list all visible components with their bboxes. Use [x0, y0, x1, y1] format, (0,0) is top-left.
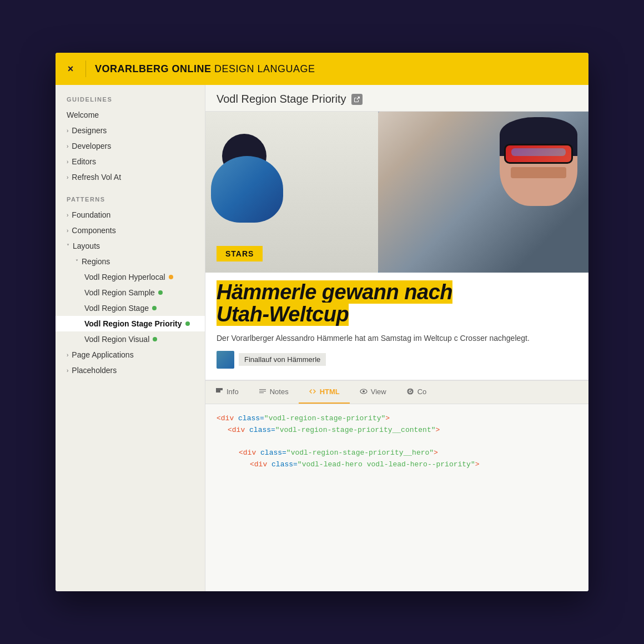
sample-label: Vodl Region Sample — [84, 288, 155, 297]
tab-view-label: View — [371, 388, 386, 396]
chevron-icon: › — [67, 228, 68, 234]
chevron-icon: › — [67, 143, 68, 149]
sidebar-item-stage[interactable]: Vodl Region Stage — [56, 300, 205, 316]
stage-priority-label: Vodl Region Stage Priority — [84, 319, 182, 328]
app-window: × VORARLBERG ONLINE DESIGN LANGUAGE GUID… — [56, 53, 588, 591]
tab-info[interactable]: Info — [205, 381, 249, 404]
status-dot-green — [152, 306, 157, 310]
chevron-icon: › — [67, 368, 68, 374]
sidebar-item-components[interactable]: › Components — [56, 223, 205, 238]
patterns-section-label: PATTERNS — [56, 196, 205, 207]
status-dot-green — [153, 337, 157, 341]
refresh-vol-at-label: Refresh Vol At — [72, 173, 121, 182]
sidebar-item-regions[interactable]: ˅ Regions — [56, 254, 205, 269]
app-title-bold: VORARLBERG ONLINE — [95, 63, 212, 74]
sidebar-item-designers[interactable]: › Designers — [56, 123, 205, 138]
status-dot-green — [185, 321, 190, 326]
sidebar-item-visual[interactable]: Vodl Region Visual — [56, 331, 205, 347]
external-link-icon[interactable] — [351, 94, 363, 105]
page-applications-label: Page Applications — [72, 350, 133, 359]
editors-label: Editors — [72, 157, 96, 166]
app-body: GUIDELINES Welcome › Designers › Develop… — [56, 85, 588, 591]
code-section: Info Notes HTML View — [205, 380, 588, 591]
chevron-icon: › — [67, 159, 68, 165]
tab-notes[interactable]: Notes — [249, 381, 299, 404]
code-line-blank — [217, 436, 577, 447]
article-content: Hämmerle gewann nach Utah-Weltcup Der Vo… — [205, 273, 588, 380]
article-title: Hämmerle gewann nach Utah-Weltcup — [217, 281, 577, 326]
sidebar-item-page-applications[interactable]: › Page Applications — [56, 347, 205, 363]
code-tabs-bar: Info Notes HTML View — [205, 381, 588, 404]
chevron-icon: › — [67, 212, 68, 218]
developers-label: Developers — [72, 142, 111, 150]
foundation-label: Foundation — [72, 210, 110, 219]
welcome-label: Welcome — [67, 110, 99, 119]
chevron-icon: › — [67, 352, 68, 358]
stage-label: Vodl Region Stage — [84, 304, 149, 313]
app-title: VORARLBERG ONLINE DESIGN LANGUAGE — [95, 63, 315, 75]
designers-label: Designers — [72, 126, 107, 135]
app-header: × VORARLBERG ONLINE DESIGN LANGUAGE — [56, 53, 588, 85]
sidebar-item-foundation[interactable]: › Foundation — [56, 207, 205, 223]
article-title-line1: Hämmerle gewann nach — [217, 280, 452, 304]
app-title-regular: DESIGN LANGUAGE — [212, 63, 315, 74]
svg-point-1 — [363, 390, 365, 393]
chevron-down-icon: ˅ — [76, 259, 78, 265]
header-divider — [85, 61, 86, 77]
article-link[interactable]: Finallauf von Hämmerle — [217, 351, 577, 369]
sidebar-item-developers[interactable]: › Developers — [56, 138, 205, 154]
code-line-1: <div class="vodl-region-stage-priority"> — [217, 413, 577, 425]
tab-html-label: HTML — [320, 388, 340, 396]
tab-view[interactable]: View — [350, 381, 396, 404]
sidebar-item-stage-priority[interactable]: Vodl Region Stage Priority — [56, 316, 205, 331]
link-thumbnail — [217, 351, 234, 369]
guidelines-section-label: GUIDELINES — [56, 96, 205, 107]
sidebar-item-refresh-vol-at[interactable]: › Refresh Vol At — [56, 169, 205, 185]
main-content: Vodl Region Stage Priority — [205, 85, 588, 591]
code-line-3: <div class="vodl-region-stage-priority__… — [217, 447, 577, 459]
page-title: Vodl Region Stage Priority — [217, 93, 346, 105]
sidebar-item-welcome[interactable]: Welcome — [56, 107, 205, 123]
visual-label: Vodl Region Visual — [84, 335, 149, 344]
tab-co[interactable]: Co — [396, 381, 437, 404]
article-text: Der Vorarlberger Alessandro Hämmerle hat… — [217, 333, 577, 344]
preview-area: STARS Hämmerle gewann nach Utah-Weltcup … — [205, 112, 588, 380]
sidebar-item-editors[interactable]: › Editors — [56, 154, 205, 169]
code-line-2: <div class="vodl-region-stage-priority__… — [217, 425, 577, 436]
components-label: Components — [72, 226, 115, 235]
chevron-icon: › — [67, 128, 68, 134]
hyperlocal-label: Vodl Region Hyperlocal — [84, 273, 165, 281]
sidebar-item-placeholders[interactable]: › Placeholders — [56, 363, 205, 378]
tab-co-label: Co — [417, 388, 427, 396]
tab-notes-label: Notes — [270, 388, 289, 396]
sidebar-item-hyperlocal[interactable]: Vodl Region Hyperlocal — [56, 269, 205, 285]
tab-html[interactable]: HTML — [299, 381, 350, 404]
tab-info-label: Info — [227, 388, 239, 396]
chevron-icon: › — [67, 174, 68, 180]
close-button[interactable]: × — [64, 63, 77, 75]
chevron-down-icon: ˅ — [67, 243, 69, 249]
code-editor[interactable]: <div class="vodl-region-stage-priority">… — [205, 404, 588, 591]
hero-image: STARS — [205, 112, 588, 273]
sidebar: GUIDELINES Welcome › Designers › Develop… — [56, 85, 205, 591]
stars-badge: STARS — [217, 246, 263, 261]
status-dot-orange — [169, 275, 173, 279]
code-line-4: <div class="vodl-lead-hero vodl-lead-her… — [217, 459, 577, 471]
regions-label: Regions — [82, 257, 110, 266]
layouts-label: Layouts — [73, 242, 100, 250]
sidebar-item-sample[interactable]: Vodl Region Sample — [56, 285, 205, 300]
sidebar-item-layouts[interactable]: ˅ Layouts — [56, 238, 205, 254]
article-title-line2: Utah-Weltcup — [217, 303, 349, 326]
placeholders-label: Placeholders — [72, 366, 117, 375]
page-title-bar: Vodl Region Stage Priority — [205, 85, 588, 112]
link-text: Finallauf von Hämmerle — [239, 353, 326, 366]
status-dot-green — [158, 290, 163, 295]
